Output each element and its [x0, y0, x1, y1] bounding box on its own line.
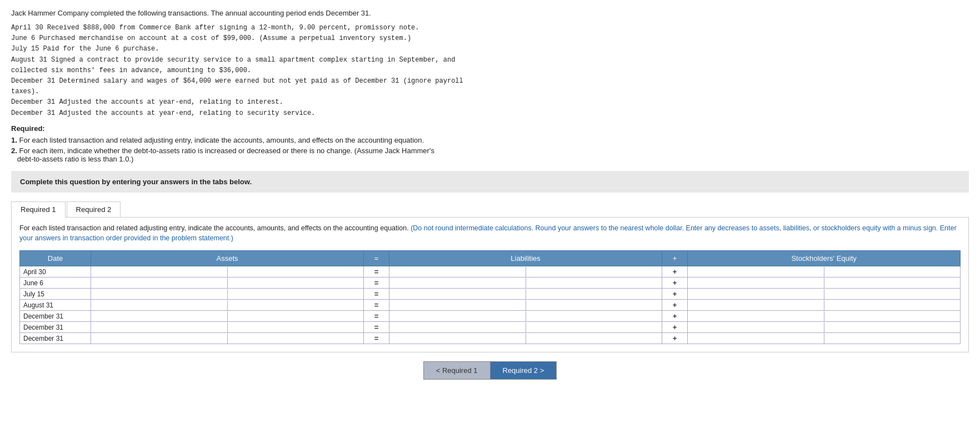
liab-input-5a[interactable]: [389, 311, 525, 321]
assets-input-6a[interactable]: [91, 322, 227, 332]
assets-input-4a[interactable]: [91, 300, 227, 310]
assets-input-1a[interactable]: [91, 267, 227, 277]
equals-4: =: [363, 300, 389, 311]
equity-input-7b[interactable]: [824, 334, 960, 344]
table-row: July 15 = +: [20, 289, 961, 300]
equity-input-1a[interactable]: [688, 267, 823, 277]
date-cell: April 30: [20, 266, 91, 277]
liab-input-1a[interactable]: [389, 267, 525, 277]
transaction-line: December 31 Adjusted the accounts at yea…: [11, 108, 969, 119]
liab-input-7a[interactable]: [389, 334, 525, 344]
equity-input-4b[interactable]: [824, 300, 960, 310]
equals-2: =: [363, 277, 389, 289]
equity-input-2a[interactable]: [688, 278, 823, 288]
assets-cell-4[interactable]: [91, 300, 364, 311]
liab-cell-1[interactable]: [389, 266, 662, 277]
intro-text: Jack Hammer Company completed the follow…: [11, 9, 969, 17]
liab-cell-3[interactable]: [389, 289, 662, 300]
transaction-line: August 31 Signed a contract to provide s…: [11, 55, 969, 65]
liab-input-6b[interactable]: [526, 322, 662, 332]
transaction-line: taxes).: [11, 87, 969, 97]
assets-input-7a[interactable]: [91, 334, 227, 344]
liab-input-2b[interactable]: [526, 278, 662, 288]
date-cell: December 31: [20, 311, 91, 322]
equity-input-7a[interactable]: [688, 334, 823, 344]
plus-3: +: [662, 289, 687, 300]
liab-input-3b[interactable]: [526, 289, 662, 299]
assets-input-5a[interactable]: [91, 311, 227, 321]
plus-4: +: [662, 300, 687, 311]
liab-cell-5[interactable]: [389, 311, 662, 322]
transaction-line: December 31 Determined salary and wages …: [11, 76, 969, 87]
liab-input-4a[interactable]: [389, 300, 525, 310]
assets-input-6b[interactable]: [228, 322, 363, 332]
tab-content: For each listed transaction and related …: [11, 218, 969, 353]
equity-input-3b[interactable]: [824, 289, 960, 299]
transaction-line: July 15 Paid for the June 6 purchase.: [11, 44, 969, 54]
assets-cell-1[interactable]: [91, 266, 364, 277]
liab-input-6a[interactable]: [389, 322, 525, 332]
equals-3: =: [363, 289, 389, 300]
equity-cell-2[interactable]: [688, 277, 961, 289]
liab-input-4b[interactable]: [526, 300, 662, 310]
transactions-block: April 30 Received $888,000 from Commerce…: [11, 23, 969, 119]
table-row: December 31 = +: [20, 333, 961, 344]
liab-cell-6[interactable]: [389, 322, 662, 333]
required-item-2: 2. For each item, indicate whether the d…: [11, 147, 969, 163]
date-cell: August 31: [20, 300, 91, 311]
assets-cell-7[interactable]: [91, 333, 364, 344]
liab-cell-4[interactable]: [389, 300, 662, 311]
assets-cell-6[interactable]: [91, 322, 364, 333]
equity-input-6a[interactable]: [688, 322, 823, 332]
tab-instruction: For each listed transaction and related …: [19, 223, 961, 244]
liab-input-2a[interactable]: [389, 278, 525, 288]
next-button[interactable]: Required 2 >: [490, 361, 557, 380]
assets-input-4b[interactable]: [228, 300, 363, 310]
header-equals: =: [363, 251, 389, 266]
required-section: Required: 1. For each listed transaction…: [11, 124, 969, 163]
transaction-line: April 30 Received $888,000 from Commerce…: [11, 23, 969, 33]
equity-input-6b[interactable]: [824, 322, 960, 332]
liab-input-7b[interactable]: [526, 334, 662, 344]
equity-cell-3[interactable]: [688, 289, 961, 300]
assets-input-3a[interactable]: [91, 289, 227, 299]
date-cell: June 6: [20, 277, 91, 289]
equity-cell-6[interactable]: [688, 322, 961, 333]
liab-input-5b[interactable]: [526, 311, 662, 321]
assets-input-2b[interactable]: [228, 278, 363, 288]
equals-5: =: [363, 311, 389, 322]
equals-1: =: [363, 266, 389, 277]
assets-cell-3[interactable]: [91, 289, 364, 300]
tab-required1[interactable]: Required 1: [11, 201, 66, 218]
equity-cell-5[interactable]: [688, 311, 961, 322]
accounting-table: Date Assets = Liabilities + Stockholders…: [19, 250, 961, 344]
plus-5: +: [662, 311, 687, 322]
required-item-1: 1. For each listed transaction and relat…: [11, 136, 969, 144]
complete-box: Complete this question by entering your …: [11, 171, 969, 193]
assets-input-7b[interactable]: [228, 334, 363, 344]
equity-input-2b[interactable]: [824, 278, 960, 288]
assets-input-3b[interactable]: [228, 289, 363, 299]
liab-cell-2[interactable]: [389, 277, 662, 289]
equity-input-1b[interactable]: [824, 267, 960, 277]
equity-cell-1[interactable]: [688, 266, 961, 277]
table-row: April 30 = +: [20, 266, 961, 277]
assets-cell-5[interactable]: [91, 311, 364, 322]
assets-input-2a[interactable]: [91, 278, 227, 288]
equity-input-3a[interactable]: [688, 289, 823, 299]
liab-input-3a[interactable]: [389, 289, 525, 299]
prev-button[interactable]: < Required 1: [423, 361, 490, 380]
plus-2: +: [662, 277, 687, 289]
header-assets: Assets: [91, 251, 364, 266]
tab-required2[interactable]: Required 2: [67, 201, 121, 217]
assets-cell-2[interactable]: [91, 277, 364, 289]
assets-input-1b[interactable]: [228, 267, 363, 277]
equity-input-4a[interactable]: [688, 300, 823, 310]
assets-input-5b[interactable]: [228, 311, 363, 321]
liab-cell-7[interactable]: [389, 333, 662, 344]
equity-input-5a[interactable]: [688, 311, 823, 321]
liab-input-1b[interactable]: [526, 267, 662, 277]
equity-cell-4[interactable]: [688, 300, 961, 311]
equity-cell-7[interactable]: [688, 333, 961, 344]
equity-input-5b[interactable]: [824, 311, 960, 321]
